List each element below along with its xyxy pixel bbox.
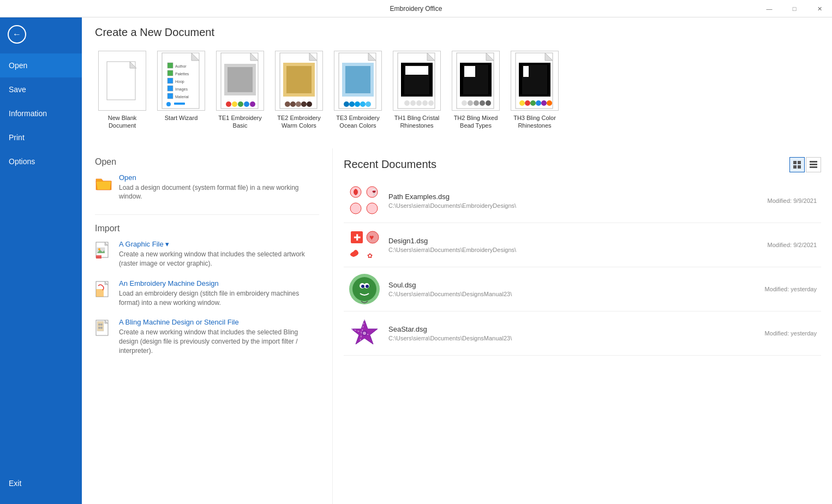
recent-thumb-path-examples: 🍷 <box>348 184 381 217</box>
svg-rect-95 <box>810 164 817 165</box>
svg-text:✚: ✚ <box>354 233 361 242</box>
svg-rect-6 <box>167 70 173 76</box>
svg-text:Material: Material <box>175 95 189 99</box>
svg-text:Author: Author <box>175 64 187 68</box>
recent-item-seastar[interactable]: SeaStar.dsg C:\Users\sierra\Documents\De… <box>344 311 821 356</box>
close-button[interactable]: ✕ <box>807 0 832 17</box>
svg-point-72 <box>541 100 547 106</box>
template-thumb-wizard: Author Palettes Hoop Images Material <box>157 51 205 111</box>
svg-rect-15 <box>174 103 185 105</box>
app-title: Embroidery Office <box>390 5 442 13</box>
svg-point-86 <box>98 323 100 326</box>
open-action[interactable]: Open Load a design document (system form… <box>95 173 319 202</box>
svg-point-89 <box>100 327 103 329</box>
recent-header: Recent Documents <box>344 157 821 172</box>
template-th1[interactable]: TH1 Bling Cristal Rhinestones <box>390 47 444 133</box>
recent-thumb-soul <box>348 273 381 305</box>
sidebar-item-print[interactable]: Print <box>0 125 82 149</box>
soul-thumb <box>348 273 381 305</box>
import-bling-label[interactable]: A Bling Machine Design or Stencil File <box>119 318 315 326</box>
svg-point-14 <box>166 102 171 106</box>
svg-rect-57 <box>464 66 475 77</box>
svg-rect-19 <box>228 67 253 92</box>
import-embroidery-action[interactable]: An Embroidery Machine Design Load an emb… <box>95 279 319 308</box>
path-examples-thumb: 🍷 <box>348 184 381 217</box>
svg-text:♥: ♥ <box>369 233 374 242</box>
open-action-label[interactable]: Open <box>119 173 315 182</box>
recent-item-path-examples[interactable]: 🍷 Path Examples.dsg C:\Users\sierra\Docu… <box>344 179 821 223</box>
recent-date-seastar: Modified: yesterday <box>765 330 817 337</box>
template-label-th2: TH2 Bling Mixed Bead Types <box>452 114 500 130</box>
svg-point-24 <box>250 101 255 107</box>
svg-point-70 <box>530 100 536 106</box>
view-grid-button[interactable] <box>789 157 805 172</box>
te1-doc-svg <box>217 51 264 111</box>
svg-point-32 <box>301 101 307 107</box>
recent-item-design1[interactable]: ✚ ♥ ✿ Design1.dsg C:\Users\sierra\Docume… <box>344 223 821 267</box>
recent-date-path-examples: Modified: 9/9/2021 <box>767 197 817 204</box>
maximize-button[interactable]: □ <box>782 0 807 17</box>
recent-item-soul[interactable]: Soul.dsg C:\Users\sierra\Documents\Desig… <box>344 267 821 311</box>
svg-rect-93 <box>798 165 801 169</box>
recent-date-soul: Modified: yesterday <box>765 286 817 292</box>
svg-point-41 <box>360 101 366 107</box>
sidebar-item-save[interactable]: Save <box>0 77 82 101</box>
embroidery-icon-svg <box>95 280 112 298</box>
back-button[interactable]: ← <box>4 22 29 47</box>
svg-rect-90 <box>793 161 797 164</box>
template-th3[interactable]: TH3 Bling Color Rhinestones <box>507 47 562 133</box>
open-action-desc: Load a design document (system format fi… <box>119 183 315 202</box>
import-section-title: Import <box>95 224 319 233</box>
svg-point-112 <box>366 285 369 288</box>
template-thumb-blank <box>98 51 146 111</box>
template-te3[interactable]: TE3 Embroidery Ocean Colors <box>331 47 385 133</box>
sidebar-item-information[interactable]: Information <box>0 101 82 125</box>
sidebar-item-options[interactable]: Options <box>0 149 82 173</box>
import-embroidery-label[interactable]: An Embroidery Machine Design <box>119 279 315 287</box>
template-te2[interactable]: TE2 Embroidery Warm Colors <box>272 47 326 133</box>
import-graphic-action[interactable]: A Graphic File ▾ Create a new working wi… <box>95 240 319 268</box>
recent-date-design1: Modified: 9/2/2021 <box>767 242 817 248</box>
svg-text:🍷: 🍷 <box>370 188 378 196</box>
template-label-th1: TH1 Bling Cristal Rhinestones <box>393 114 441 130</box>
sidebar-item-exit[interactable]: Exit <box>0 471 82 495</box>
bling-icon-svg <box>95 319 112 337</box>
import-embroidery-desc: Load an embroidery design (stitch file i… <box>119 289 315 308</box>
template-te1[interactable]: TE1 Embroidery Basic <box>213 47 267 133</box>
svg-point-42 <box>366 101 371 107</box>
list-icon <box>810 161 817 169</box>
svg-rect-10 <box>167 86 173 91</box>
template-th2[interactable]: TH2 Bling Mixed Bead Types <box>448 47 503 133</box>
recent-thumb-seastar <box>348 317 381 350</box>
open-section-title: Open <box>95 157 319 167</box>
template-thumb-te1 <box>216 51 264 111</box>
import-bling-action[interactable]: A Bling Machine Design or Stencil File C… <box>95 318 319 355</box>
folder-svg <box>95 176 112 191</box>
import-graphic-label[interactable]: A Graphic File ▾ <box>119 240 315 248</box>
recent-name-seastar: SeaStar.dsg <box>388 325 765 333</box>
svg-point-69 <box>525 100 530 106</box>
svg-point-52 <box>428 100 434 106</box>
recent-title: Recent Documents <box>344 158 436 171</box>
svg-point-31 <box>296 101 301 107</box>
sidebar-bottom: Exit <box>0 471 82 504</box>
graphic-file-icon <box>95 241 112 259</box>
view-list-button[interactable] <box>806 157 821 172</box>
blank-doc-svg <box>106 61 139 101</box>
svg-point-71 <box>536 100 541 106</box>
svg-rect-37 <box>345 66 370 93</box>
svg-point-50 <box>416 100 422 106</box>
template-wizard[interactable]: Author Palettes Hoop Images Material <box>154 47 208 133</box>
recent-path-design1: C:\Users\sierra\Documents\EmbroideryDesi… <box>388 247 767 253</box>
template-label-te2: TE2 Embroidery Warm Colors <box>275 114 323 130</box>
svg-point-29 <box>285 101 290 107</box>
template-label-th3: TH3 Bling Color Rhinestones <box>511 114 559 130</box>
template-blank[interactable]: New Blank Document <box>95 47 149 133</box>
sidebar-item-open[interactable]: Open <box>0 53 82 77</box>
svg-point-62 <box>486 100 491 106</box>
open-folder-icon <box>95 175 112 192</box>
template-thumb-th3 <box>511 51 559 111</box>
svg-point-59 <box>468 100 473 106</box>
minimize-button[interactable]: — <box>757 0 782 17</box>
create-section-header: Create a New Document New Blank Document <box>82 17 832 148</box>
